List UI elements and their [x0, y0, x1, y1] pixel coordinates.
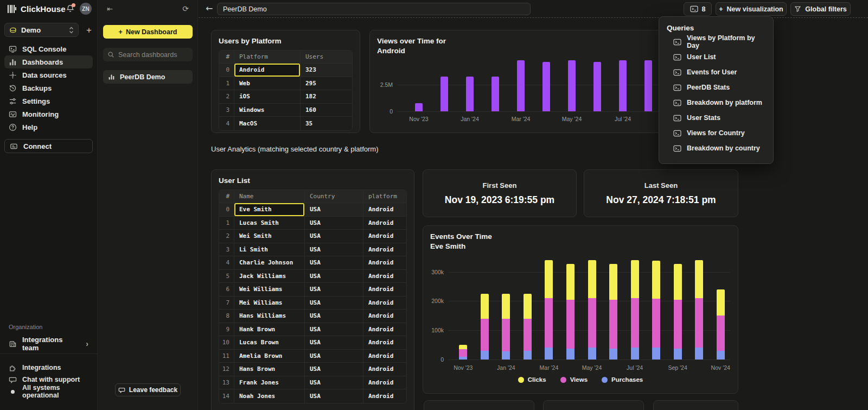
table-cell[interactable]: USA: [305, 389, 363, 403]
sidebar-item-backups[interactable]: Backups: [4, 81, 93, 94]
table-cell[interactable]: Noah Jones: [234, 389, 305, 403]
table-cell[interactable]: 0: [219, 64, 234, 77]
sidebar-item-integrations-team[interactable]: Integrations team ›: [9, 336, 93, 352]
table-cell[interactable]: Android: [363, 256, 406, 269]
table-cell[interactable]: 8: [219, 310, 234, 323]
table-cell[interactable]: iOS: [234, 90, 301, 103]
new-visualization-button[interactable]: + New visualization: [716, 2, 787, 16]
table-cell[interactable]: USA: [305, 217, 363, 230]
table-row[interactable]: 3Windows160: [219, 104, 352, 117]
table-row[interactable]: 14Noah JonesUSAAndroid: [219, 389, 406, 403]
table-cell[interactable]: Android: [363, 376, 406, 389]
table-cell[interactable]: 4: [219, 117, 234, 130]
table-cell[interactable]: 12: [219, 363, 234, 376]
table-row[interactable]: 1Lucas SmithUSAAndroid: [219, 217, 406, 230]
add-service-button[interactable]: +: [83, 24, 95, 36]
table-cell[interactable]: USA: [305, 310, 363, 323]
table-cell[interactable]: Wei Smith: [234, 230, 305, 243]
table-cell[interactable]: Windows: [234, 104, 301, 117]
table-row[interactable]: 2Wei SmithUSAAndroid: [219, 230, 406, 243]
query-item-breakdown-by-country[interactable]: Breakdown by country: [667, 141, 765, 156]
table-cell[interactable]: Wei Williams: [234, 283, 305, 296]
search-dashboards-input[interactable]: [118, 51, 188, 59]
table-cell[interactable]: 3: [219, 104, 234, 117]
table-cell[interactable]: Android: [363, 350, 406, 363]
table-cell[interactable]: USA: [305, 376, 363, 389]
table-cell[interactable]: 1: [219, 77, 234, 90]
table-cell[interactable]: Android: [234, 64, 301, 77]
sidebar-item-settings[interactable]: Settings: [4, 94, 93, 108]
query-item-events-for-user[interactable]: Events for User: [667, 65, 765, 80]
sidebar-item-help[interactable]: Help: [4, 121, 93, 134]
table-cell[interactable]: Hans Williams: [234, 310, 305, 323]
table-cell[interactable]: 10: [219, 336, 234, 349]
table-cell[interactable]: Android: [363, 323, 406, 336]
refresh-icon[interactable]: ⟳: [182, 4, 189, 13]
table-cell[interactable]: 1: [219, 217, 234, 230]
query-item-breakdown-by-platform[interactable]: Breakdown by platform: [667, 95, 765, 110]
table-cell[interactable]: Android: [363, 336, 406, 349]
table-cell[interactable]: 6: [219, 283, 234, 296]
table-cell[interactable]: 7: [219, 297, 234, 310]
table-row[interactable]: 6Wei WilliamsUSAAndroid: [219, 283, 406, 297]
table-cell[interactable]: 35: [301, 117, 352, 130]
table-cell[interactable]: USA: [305, 256, 363, 269]
table-row[interactable]: 12Hans BrownUSAAndroid: [219, 363, 406, 376]
table-row[interactable]: 8Hans WilliamsUSAAndroid: [219, 310, 406, 323]
table-cell[interactable]: USA: [305, 350, 363, 363]
table-cell[interactable]: Android: [363, 310, 406, 323]
table-cell[interactable]: 4: [219, 256, 234, 269]
global-filters-button[interactable]: Global filters: [790, 2, 851, 16]
table-cell[interactable]: 2: [219, 230, 234, 243]
table-cell[interactable]: Lucas Brown: [234, 336, 305, 349]
table-cell[interactable]: Android: [363, 230, 406, 243]
table-cell[interactable]: 160: [301, 104, 352, 117]
table-cell[interactable]: USA: [305, 203, 363, 216]
sidebar-item-dashboards[interactable]: Dashboards: [4, 55, 93, 68]
table-cell[interactable]: 11: [219, 350, 234, 363]
collapse-panel-icon[interactable]: ⇤: [107, 5, 113, 13]
org-select[interactable]: Demo: [4, 23, 79, 37]
query-item-peerdb-stats[interactable]: PeerDB Stats: [667, 80, 765, 95]
notifications-bell-icon[interactable]: [66, 4, 75, 14]
table-cell[interactable]: USA: [305, 297, 363, 310]
table-cell[interactable]: Li Smith: [234, 243, 305, 256]
table-cell[interactable]: USA: [305, 230, 363, 243]
table-cell[interactable]: Android: [363, 389, 406, 403]
queries-count-button[interactable]: 8: [684, 2, 712, 16]
table-cell[interactable]: Android: [363, 203, 406, 216]
table-cell[interactable]: Jack Williams: [234, 270, 305, 283]
table-row[interactable]: 13Frank JonesUSAAndroid: [219, 376, 406, 390]
connect-button[interactable]: Connect: [4, 139, 93, 153]
table-cell[interactable]: Hank Brown: [234, 323, 305, 336]
avatar[interactable]: ZN: [80, 3, 92, 15]
dashboard-list-item[interactable]: PeerDB Demo: [103, 70, 193, 84]
table-cell[interactable]: Android: [363, 217, 406, 230]
table-cell[interactable]: USA: [305, 363, 363, 376]
table-row[interactable]: 2iOS182: [219, 90, 352, 104]
table-cell[interactable]: Android: [363, 270, 406, 283]
table-cell[interactable]: 295: [301, 77, 352, 90]
table-row[interactable]: 1Web295: [219, 77, 352, 91]
table-cell[interactable]: USA: [305, 243, 363, 256]
sidebar-item-monitoring[interactable]: Monitoring: [4, 108, 93, 121]
table-cell[interactable]: Android: [363, 297, 406, 310]
table-row[interactable]: 0Android323: [219, 64, 352, 77]
table-cell[interactable]: 2: [219, 90, 234, 103]
sidebar-item-integrations[interactable]: Integrations: [9, 362, 93, 374]
table-cell[interactable]: 5: [219, 270, 234, 283]
table-row[interactable]: 0Eve SmithUSAAndroid: [219, 203, 406, 217]
table-cell[interactable]: USA: [305, 270, 363, 283]
table-row[interactable]: 11Amelia BrownUSAAndroid: [219, 350, 406, 363]
table-cell[interactable]: 13: [219, 376, 234, 389]
table-cell[interactable]: Android: [363, 243, 406, 256]
table-cell[interactable]: 0: [219, 203, 234, 216]
table-cell[interactable]: Frank Jones: [234, 376, 305, 389]
table-cell[interactable]: Android: [363, 283, 406, 296]
table-cell[interactable]: Android: [363, 363, 406, 376]
leave-feedback-button[interactable]: Leave feedback: [115, 383, 181, 396]
table-cell[interactable]: Mei Williams: [234, 297, 305, 310]
table-row[interactable]: 7Mei WilliamsUSAAndroid: [219, 297, 406, 310]
table-cell[interactable]: 323: [301, 64, 352, 77]
table-cell[interactable]: Hans Brown: [234, 363, 305, 376]
